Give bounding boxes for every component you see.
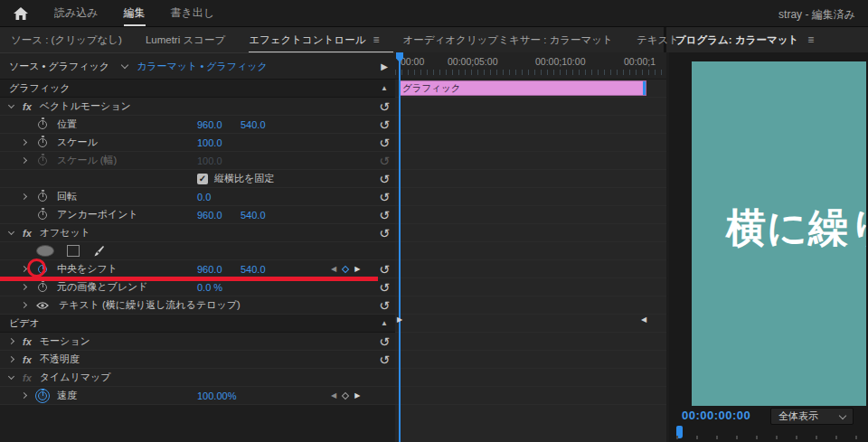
stopwatch-icon[interactable] [38, 156, 47, 165]
next-keyframe-icon[interactable]: ▶ [354, 265, 360, 273]
twirl-icon[interactable] [21, 139, 27, 146]
stopwatch-icon[interactable] [38, 138, 47, 147]
panel-menu-icon[interactable]: ≡ [807, 33, 814, 46]
home-button[interactable] [0, 0, 42, 27]
property-value[interactable]: 540.0 [241, 119, 266, 130]
twirl-closed-icon[interactable] [8, 356, 14, 362]
effect-row-速度[interactable]: 速度100.00%◀▶ [0, 387, 395, 405]
playhead-line[interactable] [399, 52, 401, 442]
effect-row-縦横比を固定[interactable]: ✓縦横比を固定↺ [0, 170, 395, 188]
twirl-icon[interactable] [21, 284, 27, 290]
effect-row-位置[interactable]: 位置960.0540.0↺ [0, 116, 395, 134]
reset-parameter-icon[interactable]: ↺ [379, 117, 390, 133]
uniform-scale-checkbox[interactable]: ✓ [197, 174, 208, 184]
effect-keyframe-timeline[interactable]: 00:0000:00;05:0000:00;10:0000:00;1 グラフィッ… [395, 52, 666, 442]
tab-エフェクトコントロール[interactable]: エフェクトコントロール≡ [249, 33, 379, 47]
menu-item-書き出し[interactable]: 書き出し [169, 2, 217, 24]
effect-row-不透明度[interactable]: fx不透明度↺ [0, 351, 395, 369]
prev-keyframe-icon[interactable]: ◀ [331, 265, 336, 273]
twirl-icon[interactable] [21, 266, 27, 272]
twirl-icon[interactable] [21, 392, 27, 399]
program-preview[interactable]: 横に繰り [692, 61, 866, 406]
property-value[interactable]: 100.00% [197, 390, 236, 401]
tab-オーディオクリップミキサー : カラーマット[interactable]: オーディオクリップミキサー : カラーマット [402, 33, 612, 47]
pen-tool-icon[interactable] [92, 245, 105, 258]
effect-row-中央をシフト[interactable]: 中央をシフト960.0540.0◀▶↺ [0, 260, 395, 278]
reset-parameter-icon[interactable]: ↺ [379, 352, 390, 368]
reset-parameter-icon[interactable]: ↺ [379, 99, 390, 115]
panel-menu-icon[interactable]: ≡ [373, 33, 379, 46]
reset-parameter-icon[interactable]: ↺ [379, 279, 390, 296]
mask-rect-icon[interactable] [67, 245, 80, 257]
effect-row-スケール[interactable]: スケール100.0↺ [0, 134, 395, 152]
stopwatch-icon[interactable] [38, 265, 47, 274]
next-keyframe-icon[interactable]: ▶ [354, 391, 360, 400]
timeline-graphic-clip[interactable]: グラフィック [399, 80, 646, 96]
property-value[interactable]: 100.0 [197, 155, 222, 166]
reset-parameter-icon[interactable]: ↺ [379, 207, 390, 223]
effect-row-アンカーポイント[interactable]: アンカーポイント960.0540.0↺ [0, 206, 395, 224]
stopwatch-icon[interactable] [38, 211, 47, 220]
property-value[interactable]: 960.0 [197, 119, 222, 130]
property-value[interactable]: 100.0 [197, 137, 222, 148]
reset-parameter-icon[interactable]: ↺ [379, 135, 390, 151]
twirl-open-icon[interactable] [8, 102, 14, 108]
effect-row-タイムリマップ[interactable]: fxタイムリマップ [0, 369, 395, 387]
property-value[interactable]: 540.0 [241, 264, 266, 275]
property-value[interactable]: 0.0 [197, 192, 211, 202]
stopwatch-icon[interactable] [38, 283, 47, 292]
prev-keyframe-icon[interactable]: ◀ [331, 391, 336, 400]
property-name-label: スケール (幅) [57, 154, 117, 167]
mask-ellipse-icon[interactable] [36, 245, 54, 257]
show-timeline-toggle[interactable]: ▶ [381, 61, 388, 71]
chevron-down-icon[interactable] [121, 61, 128, 69]
twirl-icon[interactable] [21, 193, 27, 200]
zoom-level-select[interactable]: 全体表示 [770, 408, 854, 425]
tab-Lumetri スコープ[interactable]: Lumetri スコープ [146, 33, 225, 47]
program-timecode[interactable]: 00:00:00:00 [682, 409, 750, 422]
collapse-arrow-icon[interactable]: ▲ [381, 84, 388, 92]
reset-parameter-icon[interactable]: ↺ [379, 153, 390, 169]
collapse-arrow-icon[interactable]: ▲ [381, 319, 388, 327]
program-mini-timeline[interactable] [676, 436, 864, 439]
twirl-open-icon[interactable] [8, 229, 14, 235]
effect-row-テキスト (横に繰り返し流れるテロップ)[interactable]: テキスト (横に繰り返し流れるテロップ)↺ [0, 296, 395, 315]
effect-row-masktools[interactable] [0, 242, 395, 260]
stopwatch-icon[interactable] [38, 120, 47, 129]
tab-テキスト[interactable]: テキスト [637, 33, 679, 47]
effect-row-回転[interactable]: 回転0.0↺ [0, 188, 395, 206]
menu-item-読み込み[interactable]: 読み込み [52, 2, 100, 24]
effect-row-ベクトルモーション[interactable]: fxベクトルモーション↺ [0, 98, 395, 116]
reset-parameter-icon[interactable]: ↺ [379, 225, 390, 241]
effect-row-オフセット[interactable]: fxオフセット↺ [0, 224, 395, 242]
reset-parameter-icon[interactable]: ↺ [379, 261, 390, 277]
reset-parameter-icon[interactable]: ↺ [379, 297, 390, 314]
menu-item-編集[interactable]: 編集 [122, 2, 147, 24]
property-value[interactable]: 0.0 % [197, 282, 222, 293]
property-value[interactable]: 960.0 [197, 264, 222, 275]
section-row-ビデオ[interactable]: ビデオ▲ [0, 315, 395, 333]
add-keyframe-icon[interactable] [342, 265, 349, 272]
clip-selected-edge [643, 81, 646, 95]
reset-parameter-icon[interactable]: ↺ [379, 171, 390, 187]
add-keyframe-icon[interactable] [342, 391, 349, 399]
effect-row-元の画像とブレンド[interactable]: 元の画像とブレンド0.0 %↺ [0, 278, 395, 296]
stopwatch-icon[interactable] [38, 391, 47, 400]
visibility-eye-icon[interactable] [36, 301, 49, 310]
timeline-ruler[interactable]: 00:0000:00;05:0000:00;10:0000:00;1 [395, 52, 666, 80]
effect-row-スケール (幅)[interactable]: スケール (幅)100.0↺ [0, 152, 395, 170]
section-row-グラフィック[interactable]: グラフィック▲ [0, 80, 395, 98]
property-value[interactable]: 960.0 [197, 210, 222, 221]
twirl-closed-icon[interactable] [8, 338, 14, 344]
twirl-icon[interactable] [21, 302, 27, 308]
effect-row-モーション[interactable]: fxモーション↺ [0, 333, 395, 351]
tab-ソース : (クリップなし)[interactable]: ソース : (クリップなし) [11, 33, 122, 47]
reset-parameter-icon[interactable]: ↺ [379, 334, 390, 350]
property-value[interactable]: 540.0 [241, 210, 266, 221]
timeline-clip-label[interactable]: カラーマット • グラフィック [137, 60, 268, 73]
stopwatch-icon[interactable] [38, 193, 47, 202]
twirl-open-icon[interactable] [8, 373, 14, 380]
tab-program-monitor[interactable]: プログラム: カラーマット ≡ [666, 27, 868, 52]
reset-parameter-icon[interactable]: ↺ [379, 189, 390, 205]
twirl-icon[interactable] [21, 157, 27, 164]
